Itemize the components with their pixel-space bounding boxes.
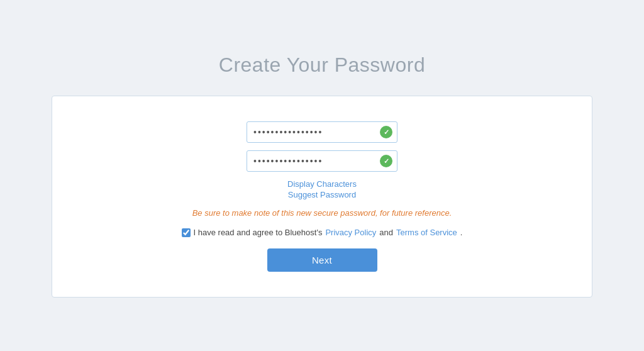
password-1-check-icon bbox=[380, 126, 392, 138]
password-2-check-icon bbox=[380, 155, 392, 167]
page-title: Create Your Password bbox=[219, 53, 425, 77]
main-card: Display Characters Suggest Password Be s… bbox=[52, 96, 592, 298]
next-button[interactable]: Next bbox=[267, 248, 377, 272]
warning-message: Be sure to make note of this new secure … bbox=[192, 208, 452, 218]
password-field-2-group bbox=[247, 150, 397, 172]
password-input-1[interactable] bbox=[247, 121, 397, 143]
agreement-and-text: and bbox=[379, 228, 393, 237]
privacy-policy-link[interactable]: Privacy Policy bbox=[325, 228, 376, 237]
agreement-checkbox[interactable] bbox=[182, 228, 191, 237]
suggest-password-link[interactable]: Suggest Password bbox=[288, 190, 356, 199]
password-input-2[interactable] bbox=[247, 150, 397, 172]
agreement-suffix-text: . bbox=[460, 228, 463, 237]
password-links: Display Characters Suggest Password bbox=[287, 179, 357, 199]
password-field-1-group bbox=[247, 121, 397, 143]
terms-of-service-link[interactable]: Terms of Service bbox=[396, 228, 457, 237]
agreement-row: I have read and agree to Bluehost's Priv… bbox=[182, 228, 463, 237]
display-characters-link[interactable]: Display Characters bbox=[287, 179, 357, 189]
agreement-prefix-text: I have read and agree to Bluehost's bbox=[194, 228, 323, 237]
